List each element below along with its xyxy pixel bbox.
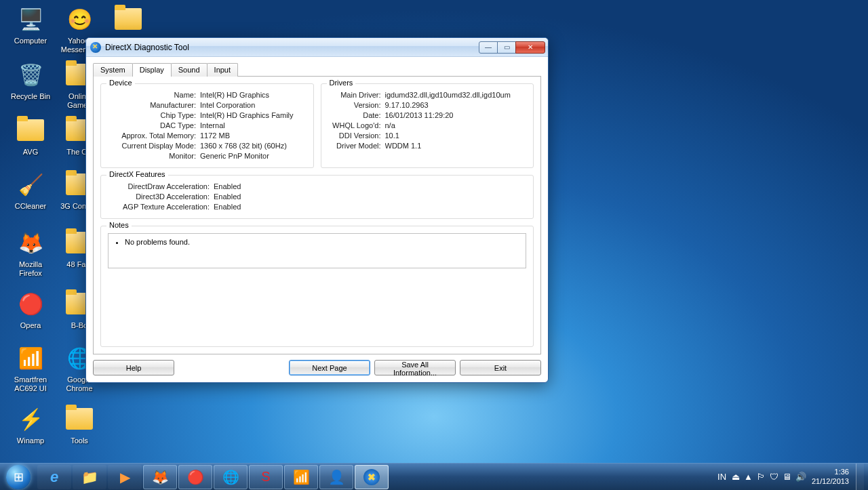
icon-label: CCleaner: [7, 202, 54, 211]
maximize-button[interactable]: ▭: [497, 41, 516, 54]
desktop-icon-recycle-bin[interactable]: 🗑️Recycle Bin: [7, 58, 54, 101]
app-icon: 🦊: [14, 226, 47, 259]
desktop-icon-smartfren-ac692-ui[interactable]: 📶Smartfren AC692 UI: [7, 342, 54, 392]
tray-icon-0[interactable]: ⏏: [732, 472, 740, 482]
taskbar-item-smartfren[interactable]: 📶: [284, 465, 318, 489]
device-legend: Device: [106, 79, 135, 87]
taskbar-item-dxdiag[interactable]: ✖: [355, 465, 389, 489]
field-label: Driver Model:: [328, 142, 381, 150]
field-value: 16/01/2013 11:29:20: [385, 111, 527, 119]
field-label: Chip Type:: [108, 111, 196, 119]
user-icon: 👤: [328, 469, 345, 485]
field-value: Intel(R) HD Graphics: [200, 91, 307, 99]
show-desktop-button[interactable]: [856, 464, 864, 491]
desktop-icon-winamp[interactable]: ⚡Winamp: [7, 403, 54, 445]
field-label: Date:: [328, 111, 381, 119]
smartfren-icon: 📶: [293, 469, 310, 485]
start-button[interactable]: ⊞: [0, 464, 37, 491]
taskbar-item-smartfren-s[interactable]: S: [249, 465, 283, 489]
dxdiag-icon: ✖: [363, 469, 380, 485]
app-icon: 🧹: [14, 168, 47, 201]
smartfren-s-icon: S: [261, 469, 270, 485]
taskbar: ⊞ e📁▶🦊🔴🌐S📶👤✖ IN ⏏▲🏳🛡🖥🔊 1:36 21/12/2013: [0, 463, 868, 490]
field-value: Internal: [200, 121, 307, 129]
next-page-button[interactable]: Next Page: [289, 360, 370, 375]
field-label: Current Display Mode:: [108, 142, 196, 150]
tray-icon-1[interactable]: ▲: [744, 472, 753, 482]
field-value: 1172 MB: [200, 131, 307, 140]
icon-label: Winamp: [7, 436, 54, 445]
lang-indicator[interactable]: IN: [717, 472, 726, 482]
minimize-button[interactable]: —: [479, 41, 498, 54]
ie-icon: e: [50, 468, 58, 486]
note-item: No problems found.: [125, 238, 519, 246]
notes-group: Notes No problems found.: [100, 226, 534, 347]
drivers-row: WHQL Logo'd:n/a: [328, 121, 527, 129]
desktop-icon-mozilla-firefox[interactable]: 🦊Mozilla Firefox: [7, 226, 54, 277]
device-row: Chip Type:Intel(R) HD Graphics Family: [108, 111, 307, 119]
taskbar-item-wmp[interactable]: ▶: [108, 465, 142, 489]
clock[interactable]: 1:36 21/12/2013: [812, 468, 849, 485]
desktop-icon-ccleaner[interactable]: 🧹CCleaner: [7, 168, 54, 211]
clock-time: 1:36: [812, 468, 849, 476]
tray-icon-4[interactable]: 🖥: [783, 472, 791, 482]
icon-label: Mozilla Firefox: [7, 260, 54, 277]
tab-input[interactable]: Input: [207, 63, 238, 77]
taskbar-item-explorer[interactable]: 📁: [73, 465, 106, 489]
chrome-icon: 🌐: [222, 469, 239, 485]
help-button[interactable]: Help: [93, 360, 174, 375]
field-label: DDI Version:: [328, 131, 381, 140]
firefox-icon: 🦊: [152, 469, 169, 485]
titlebar[interactable]: DirectX Diagnostic Tool — ▭ ✕: [86, 38, 548, 57]
field-value: 1360 x 768 (32 bit) (60Hz): [200, 142, 307, 150]
desktop-icon-tools[interactable]: Tools: [56, 403, 103, 445]
tab-display-panel: Device Name:Intel(R) HD GraphicsManufact…: [93, 76, 541, 354]
field-label: Version:: [328, 101, 381, 109]
taskbar-item-opera[interactable]: 🔴: [178, 465, 212, 489]
tab-strip: SystemDisplaySoundInput: [93, 63, 541, 77]
feature-row: DirectDraw Acceleration:Enabled: [108, 182, 526, 190]
icon-label: Opera: [7, 321, 54, 330]
window-controls: — ▭ ✕: [479, 41, 545, 54]
drivers-row: Version:9.17.10.2963: [328, 101, 527, 109]
taskbar-item-user[interactable]: 👤: [319, 465, 353, 489]
icon-label: Smartfren AC692 UI: [7, 375, 54, 392]
app-icon: ⚡: [14, 403, 47, 435]
taskbar-item-chrome[interactable]: 🌐: [214, 465, 248, 489]
desktop-icon-computer[interactable]: 🖥️Computer: [7, 3, 54, 45]
field-value: n/a: [385, 121, 527, 129]
folder-icon: [14, 114, 47, 146]
tray-icon-2[interactable]: 🏳: [757, 472, 766, 482]
tab-display[interactable]: Display: [132, 63, 172, 77]
field-label: DAC Type:: [108, 121, 196, 129]
device-row: DAC Type:Internal: [108, 121, 307, 129]
tab-sound[interactable]: Sound: [171, 63, 208, 77]
field-value: 9.17.10.2963: [385, 101, 527, 109]
exit-button[interactable]: Exit: [460, 360, 541, 375]
notes-box: No problems found.: [108, 233, 526, 268]
device-row: Approx. Total Memory:1172 MB: [108, 131, 307, 140]
icon-label: AVG: [7, 148, 54, 157]
field-label: Main Driver:: [328, 91, 381, 99]
desktop-icon-opera[interactable]: 🔴Opera: [7, 287, 54, 330]
tab-system[interactable]: System: [93, 63, 133, 77]
field-label: Monitor:: [108, 152, 196, 160]
device-row: Name:Intel(R) HD Graphics: [108, 91, 307, 99]
explorer-icon: 📁: [81, 469, 98, 485]
feature-row: AGP Texture Acceleration:Enabled: [108, 203, 526, 211]
app-icon: 🔴: [14, 287, 47, 320]
device-row: Monitor:Generic PnP Monitor: [108, 152, 307, 160]
tray-icon-3[interactable]: 🛡: [770, 472, 778, 482]
drivers-row: DDI Version:10.1: [328, 131, 527, 140]
taskbar-item-firefox[interactable]: 🦊: [143, 465, 177, 489]
save-all-button[interactable]: Save All Information...: [374, 360, 456, 375]
tray-icon-5[interactable]: 🔊: [795, 472, 806, 482]
desktop-icon-avg[interactable]: AVG: [7, 114, 54, 157]
wmp-icon: ▶: [120, 469, 130, 485]
close-button[interactable]: ✕: [515, 41, 545, 54]
features-legend: DirectX Features: [106, 170, 168, 178]
field-label: WHQL Logo'd:: [328, 121, 381, 129]
taskbar-item-ie[interactable]: e: [37, 465, 71, 489]
field-value: WDDM 1.1: [385, 142, 527, 150]
system-tray: IN ⏏▲🏳🛡🖥🔊 1:36 21/12/2013: [713, 468, 853, 485]
